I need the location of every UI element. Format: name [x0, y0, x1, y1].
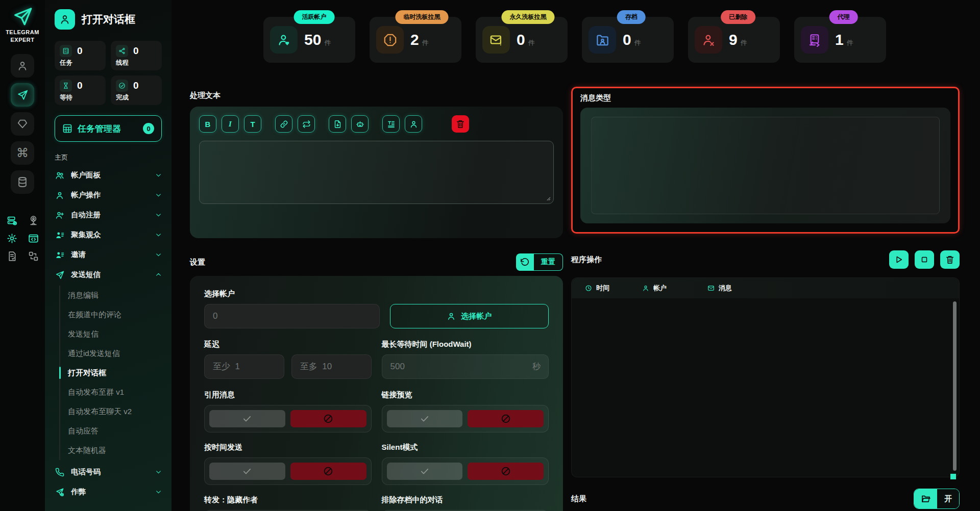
dialog-user-icon: [55, 9, 75, 30]
clear-log-button[interactable]: [940, 250, 960, 269]
card-proxy: 代理 1件: [794, 17, 886, 63]
submenu-item-channel-comments[interactable]: 在频道中的评论: [68, 305, 162, 324]
mention-user-button[interactable]: [405, 115, 422, 133]
user-list-icon: [55, 231, 65, 240]
toggle-no-option[interactable]: [290, 463, 366, 480]
chevron-down-icon: [155, 489, 162, 495]
sidebar-item-account-ops[interactable]: 帐户操作: [55, 185, 162, 205]
code-window-icon[interactable]: [27, 233, 40, 244]
stat-tile-waiting: 0 等待: [55, 75, 106, 105]
status-badge: 代理: [829, 10, 858, 24]
toggle-no-option[interactable]: [468, 410, 544, 427]
file-down-icon: [333, 120, 342, 129]
toggle-no-option[interactable]: [468, 463, 544, 480]
bold-button[interactable]: B: [199, 115, 216, 133]
sidebar-item-invite[interactable]: 邀请: [55, 245, 162, 265]
message-type-title: 消息类型: [580, 93, 950, 103]
clock-icon: [585, 285, 592, 292]
database-rail-button[interactable]: [11, 170, 34, 194]
gem-icon: [17, 118, 28, 130]
account-stat-cards: 活跃帐户 50件 临时洗板拉黑 2件 永久洗板拉黑 0件 存档 0件 已删除 9…: [190, 17, 960, 63]
open-results-folder-button[interactable]: 开: [914, 489, 960, 509]
chevron-down-icon: [155, 469, 162, 475]
reset-button[interactable]: 重置: [516, 253, 563, 271]
server-check-icon[interactable]: [5, 215, 18, 226]
stat-tile-threads: 0 线程: [111, 41, 162, 70]
card-unit: 件: [422, 39, 429, 46]
stat-value: 0: [77, 80, 83, 91]
sidebar-item-auto-register[interactable]: 自动注册: [55, 205, 162, 225]
home-section-label: 主页: [55, 153, 162, 162]
delay-min-input[interactable]: [204, 354, 284, 379]
swap-boxes-icon[interactable]: [27, 251, 40, 262]
process-textarea[interactable]: [199, 141, 554, 204]
left-rail: TELEGRAMEXPERT ⌘: [0, 0, 45, 511]
toggle-yes-option[interactable]: [209, 410, 285, 427]
task-manager-label: 任务管理器: [78, 123, 138, 135]
premium-rail-button[interactable]: [11, 112, 34, 136]
card-value: 1: [835, 31, 844, 48]
log-scrollbar[interactable]: [953, 301, 957, 471]
floodwait-input[interactable]: [382, 354, 549, 379]
status-badge: 存档: [617, 10, 646, 24]
delay-max-input[interactable]: [291, 354, 372, 379]
task-manager-badge: 0: [143, 123, 154, 134]
sidebar-item-cheat[interactable]: 作弊: [55, 482, 162, 502]
document-check-icon[interactable]: [5, 251, 18, 262]
submenu-item-auto-post-chat-v2[interactable]: 自动发布至聊天 v2: [68, 402, 162, 421]
clear-text-button[interactable]: [452, 115, 469, 133]
submenu-item-send-sms[interactable]: 发送短信: [68, 324, 162, 344]
link-button[interactable]: [275, 115, 292, 133]
italic-button[interactable]: I: [222, 115, 239, 133]
stop-button[interactable]: [915, 250, 934, 269]
select-account-button-label: 选择帐户: [461, 312, 492, 321]
message-type-highlight-box: 消息类型: [571, 87, 960, 234]
text-format-button[interactable]: T: [244, 115, 261, 133]
sidebar-item-phone-numbers[interactable]: 电话号码: [55, 462, 162, 482]
send-rail-button[interactable]: [11, 83, 34, 107]
stat-tile-tasks: 0 任务: [55, 41, 106, 70]
telegram-plane-logo-icon: [12, 6, 33, 27]
proxy-server-icon: [801, 26, 828, 54]
sidebar-item-gather-audience[interactable]: 聚集观众: [55, 225, 162, 245]
sidebar-item-account-panel[interactable]: 帐户面板: [55, 165, 162, 185]
submenu-item-send-by-id[interactable]: 通过id发送短信: [68, 344, 162, 363]
submenu-item-open-dialog[interactable]: 打开对话框: [68, 363, 162, 382]
repeat-button[interactable]: [298, 115, 315, 133]
toggle-yes-option[interactable]: [387, 463, 463, 480]
submenu-item-message-edit[interactable]: 消息编辑: [68, 286, 162, 305]
check-icon: [420, 414, 430, 424]
gear-icon[interactable]: [5, 233, 18, 244]
card-unit: 件: [741, 39, 747, 46]
user-heart-icon: [270, 26, 298, 54]
toggle-yes-option[interactable]: [387, 410, 463, 427]
trash-icon: [945, 255, 954, 264]
file-import-button[interactable]: [329, 115, 346, 133]
chevron-down-icon: [155, 232, 162, 238]
user-icon: [55, 191, 65, 200]
bot-button[interactable]: [351, 115, 369, 133]
person-broadcast-icon[interactable]: [27, 215, 40, 226]
commands-rail-button[interactable]: ⌘: [11, 141, 34, 165]
message-type-dropzone[interactable]: [591, 117, 940, 214]
card-value: 50: [304, 31, 321, 48]
text-sort-button[interactable]: [382, 115, 400, 133]
card-value: 9: [729, 31, 738, 48]
link-icon: [280, 120, 288, 129]
task-manager-button[interactable]: 任务管理器 0: [55, 115, 162, 142]
start-button[interactable]: [889, 250, 909, 269]
stop-icon: [920, 255, 929, 264]
toggle-no-option[interactable]: [290, 410, 366, 427]
account-count-input[interactable]: [204, 304, 380, 328]
select-account-button[interactable]: 选择帐户: [390, 304, 549, 328]
sidebar-item-send-sms[interactable]: 发送短信: [55, 265, 162, 285]
submenu-item-text-randomizer[interactable]: 文本随机器: [68, 441, 162, 460]
toggle-yes-option[interactable]: [209, 463, 285, 480]
submenu-item-auto-reply[interactable]: 自动应答: [68, 421, 162, 441]
log-resize-handle[interactable]: [950, 474, 956, 479]
accounts-rail-button[interactable]: [11, 54, 34, 78]
resize-handle-icon[interactable]: [545, 195, 551, 201]
submenu-item-auto-post-group-v1[interactable]: 自动发布至群 v1: [68, 382, 162, 402]
play-icon: [894, 255, 903, 264]
forward-hide-author-label: 转发：隐藏作者: [204, 495, 372, 505]
